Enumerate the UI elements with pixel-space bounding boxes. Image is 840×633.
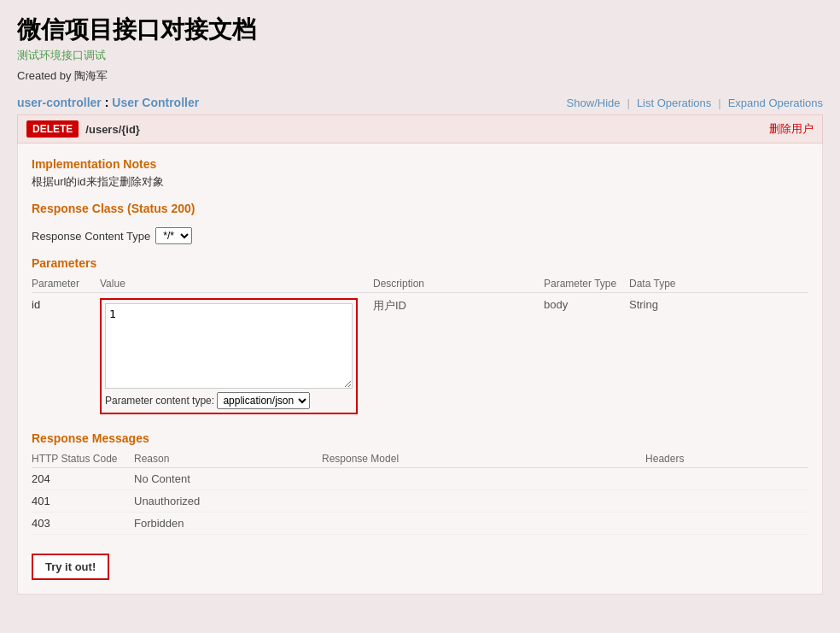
show-hide-link[interactable]: Show/Hide [567, 97, 621, 109]
param-value-cell: Parameter content type: application/json [100, 293, 373, 420]
parameters-title: Parameters [32, 256, 808, 270]
implementation-notes-title: Implementation Notes [32, 157, 808, 171]
table-row: 403 Forbidden [32, 513, 808, 535]
param-name: id [32, 293, 100, 420]
method-badge: DELETE [26, 120, 79, 138]
param-content-type-label: Parameter content type: [105, 395, 214, 407]
reason: Forbidden [134, 513, 322, 535]
response-content-type-select[interactable]: */* [155, 227, 192, 244]
param-data-type: String [629, 293, 808, 420]
resp-col-model: Response Model [322, 450, 645, 468]
table-row: 401 Unauthorized [32, 490, 808, 513]
created-by: Created by 陶海军 [17, 68, 823, 84]
status-code: 204 [32, 468, 134, 490]
table-row: id Parameter content type: application/j… [32, 293, 808, 420]
response-model [322, 468, 645, 490]
page-title: 微信项目接口对接文档 [17, 14, 823, 46]
endpoint-path: /users/{id} [85, 123, 140, 136]
response-model [322, 490, 645, 513]
controller-name: user-controller : User Controller [17, 96, 199, 109]
param-col-datatype: Data Type [629, 275, 808, 293]
resp-col-headers: Headers [645, 450, 808, 468]
param-col-value: Value [100, 275, 373, 293]
param-col-description: Description [373, 275, 544, 293]
reason: No Content [134, 468, 322, 490]
headers [645, 468, 808, 490]
status-code: 401 [32, 490, 134, 513]
status-code: 403 [32, 513, 134, 535]
page-subtitle: 测试环境接口调试 [17, 48, 823, 63]
response-model [322, 513, 645, 535]
param-col-parameter: Parameter [32, 275, 100, 293]
response-content-type-label: Response Content Type [32, 230, 150, 243]
headers [645, 513, 808, 535]
response-class: Response Class (Status 200) [32, 202, 808, 215]
list-operations-link[interactable]: List Operations [637, 97, 711, 109]
expand-operations-link[interactable]: Expand Operations [728, 97, 823, 109]
table-row: 204 No Content [32, 468, 808, 490]
param-col-type: Parameter Type [544, 275, 629, 293]
param-description: 用户ID [373, 293, 544, 420]
reason: Unauthorized [134, 490, 322, 513]
implementation-notes-body: 根据url的id来指定删除对象 [32, 174, 808, 190]
resp-col-status: HTTP Status Code [32, 450, 134, 468]
headers [645, 490, 808, 513]
resp-col-reason: Reason [134, 450, 322, 468]
param-type: body [544, 293, 629, 420]
try-it-out-button[interactable]: Try it out! [32, 554, 109, 580]
endpoint-description: 删除用户 [769, 121, 814, 137]
param-content-type-select[interactable]: application/json [217, 392, 310, 409]
param-input-border: Parameter content type: application/json [100, 298, 358, 414]
param-value-input[interactable] [105, 303, 353, 389]
response-messages-title: Response Messages [32, 431, 808, 445]
